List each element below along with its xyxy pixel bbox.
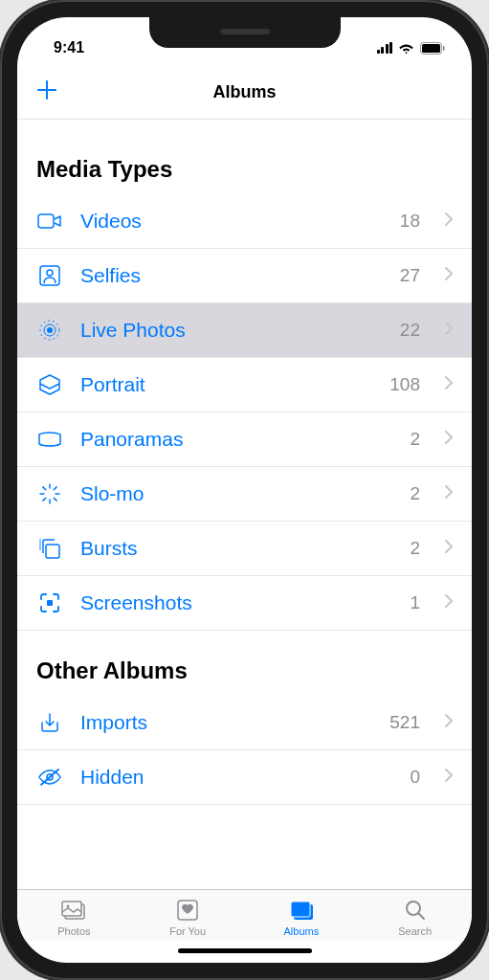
row-count: 2 — [410, 483, 420, 504]
import-icon — [36, 709, 63, 736]
svg-rect-2 — [443, 46, 445, 51]
row-label: Slo-mo — [80, 482, 392, 505]
wifi-icon — [398, 42, 414, 55]
row-count: 108 — [389, 374, 420, 395]
section-header-other-albums: Other Albums — [17, 631, 472, 696]
tab-albums[interactable]: Albums — [245, 898, 359, 937]
row-hidden[interactable]: Hidden 0 — [17, 750, 472, 805]
chevron-right-icon — [445, 431, 453, 448]
battery-icon — [420, 42, 445, 55]
chevron-right-icon — [445, 540, 453, 557]
home-indicator[interactable] — [178, 948, 312, 953]
svg-line-13 — [43, 487, 46, 490]
row-label: Imports — [80, 711, 372, 734]
tab-label: Photos — [57, 925, 90, 937]
svg-line-28 — [418, 914, 424, 920]
video-icon — [36, 208, 63, 234]
row-count: 0 — [410, 767, 420, 788]
albums-tab-icon — [288, 898, 315, 923]
row-panoramas[interactable]: Panoramas 2 — [17, 412, 472, 467]
row-count: 2 — [410, 429, 420, 450]
svg-rect-18 — [47, 600, 53, 606]
row-count: 521 — [389, 712, 420, 733]
svg-line-15 — [43, 498, 46, 501]
svg-line-16 — [54, 487, 56, 490]
svg-rect-1 — [422, 44, 440, 53]
svg-point-5 — [47, 270, 53, 276]
svg-point-23 — [67, 905, 70, 908]
chevron-right-icon — [445, 267, 453, 284]
tab-search[interactable]: Search — [358, 898, 472, 937]
status-indicators — [377, 42, 446, 55]
row-label: Portrait — [80, 373, 372, 396]
nav-header: Albums — [17, 69, 472, 120]
row-count: 1 — [410, 592, 420, 613]
row-bursts[interactable]: Bursts 2 — [17, 522, 472, 576]
chevron-right-icon — [445, 322, 453, 339]
row-count: 27 — [400, 265, 420, 286]
chevron-right-icon — [445, 768, 453, 786]
slomo-icon — [36, 480, 63, 507]
foryou-tab-icon — [174, 898, 201, 923]
row-slomo[interactable]: Slo-mo 2 — [17, 467, 472, 522]
chevron-right-icon — [445, 594, 453, 612]
row-count: 2 — [410, 538, 420, 559]
tab-bar: Photos For You Albums Search — [17, 889, 472, 941]
svg-rect-22 — [62, 902, 81, 916]
photos-tab-icon — [60, 898, 87, 923]
screenshot-icon — [36, 590, 63, 616]
chevron-right-icon — [445, 714, 453, 731]
row-label: Panoramas — [80, 428, 392, 451]
panorama-icon — [36, 426, 63, 453]
selfie-icon — [36, 262, 63, 289]
svg-rect-3 — [38, 214, 54, 228]
row-label: Live Photos — [80, 319, 383, 342]
row-videos[interactable]: Videos 18 — [17, 194, 472, 249]
signal-icon — [377, 42, 393, 54]
row-live-photos[interactable]: Live Photos 22 — [17, 303, 472, 358]
search-tab-icon — [402, 898, 429, 923]
row-count: 18 — [400, 211, 420, 232]
screen: 9:41 Albums Media Types Videos — [17, 17, 472, 963]
row-portrait[interactable]: Portrait 108 — [17, 358, 472, 412]
page-title: Albums — [212, 82, 276, 102]
svg-line-14 — [54, 498, 56, 501]
svg-rect-26 — [291, 902, 310, 917]
chevron-right-icon — [445, 212, 453, 230]
tab-foryou[interactable]: For You — [131, 898, 245, 937]
section-header-media-types: Media Types — [17, 120, 472, 194]
row-label: Bursts — [80, 537, 392, 560]
notch — [149, 17, 341, 48]
burst-icon — [36, 535, 63, 562]
row-selfies[interactable]: Selfies 27 — [17, 249, 472, 303]
svg-rect-17 — [46, 545, 59, 558]
chevron-right-icon — [445, 485, 453, 502]
tab-photos[interactable]: Photos — [17, 898, 131, 937]
status-time: 9:41 — [44, 39, 84, 56]
phone-frame: 9:41 Albums Media Types Videos — [0, 0, 489, 980]
content-scroll[interactable]: Media Types Videos 18 Selfies 27 Live Ph… — [17, 120, 472, 889]
chevron-right-icon — [445, 376, 453, 393]
row-label: Hidden — [80, 766, 392, 789]
row-count: 22 — [400, 320, 420, 341]
row-label: Videos — [80, 210, 383, 233]
tab-label: Search — [398, 925, 432, 937]
tab-label: For You — [169, 925, 206, 937]
row-label: Selfies — [80, 264, 383, 287]
row-imports[interactable]: Imports 521 — [17, 696, 472, 750]
live-photo-icon — [36, 317, 63, 344]
hidden-icon — [36, 764, 63, 791]
row-screenshots[interactable]: Screenshots 1 — [17, 576, 472, 631]
portrait-icon — [36, 371, 63, 398]
tab-label: Albums — [284, 925, 320, 937]
row-label: Screenshots — [80, 591, 392, 614]
svg-point-6 — [47, 327, 53, 333]
add-button[interactable] — [36, 78, 57, 105]
